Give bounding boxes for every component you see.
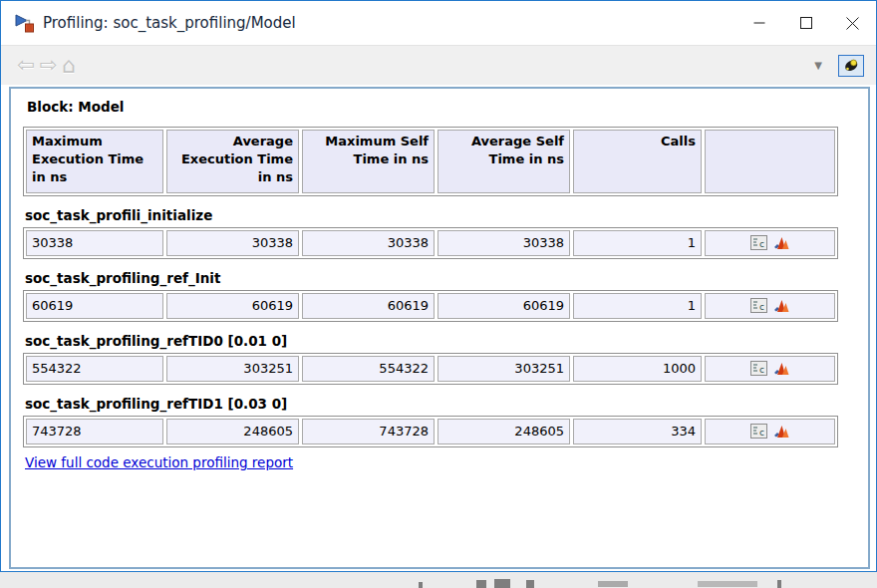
background-artifact bbox=[494, 579, 510, 588]
minimize-icon bbox=[753, 17, 765, 29]
title-bar: Profiling: soc_task_profiling/Model bbox=[1, 1, 876, 45]
calls-value: 1 bbox=[573, 230, 702, 256]
row-actions: c bbox=[705, 356, 835, 382]
svg-text:c: c bbox=[759, 239, 764, 249]
max-self-time-value: 30338 bbox=[302, 230, 435, 256]
column-header-avg-self-time: Average Self Time in ns bbox=[438, 130, 570, 193]
code-report-icon[interactable]: c bbox=[750, 361, 768, 377]
background-artifact bbox=[698, 581, 757, 587]
matlab-logo-icon[interactable] bbox=[773, 236, 790, 251]
code-report-icon[interactable]: c bbox=[750, 424, 768, 440]
minimize-button[interactable] bbox=[735, 1, 782, 45]
max-self-time-value: 554322 bbox=[302, 356, 435, 382]
column-header-calls: Calls bbox=[573, 130, 702, 193]
close-icon bbox=[846, 17, 859, 30]
toolbar-dropdown-icon[interactable]: ▼ bbox=[814, 60, 822, 71]
max-self-time-value: 743728 bbox=[302, 419, 435, 444]
profiling-window: Profiling: soc_task_profiling/Model ⇦ ⇨ bbox=[0, 0, 877, 572]
profiling-report-panel: Block: Model Maximum Execution Time in n… bbox=[9, 87, 870, 569]
svg-text:c: c bbox=[759, 302, 764, 312]
table-header-row: Maximum Execution Time in ns Average Exe… bbox=[23, 127, 838, 196]
calls-value: 1 bbox=[573, 293, 702, 319]
column-header-avg-execution-time: Average Execution Time in ns bbox=[166, 130, 299, 193]
home-icon[interactable]: ⌂ bbox=[62, 55, 76, 77]
max-execution-time-value: 60619 bbox=[26, 293, 163, 319]
max-execution-time-value: 743728 bbox=[26, 419, 163, 444]
forward-icon[interactable]: ⇨ bbox=[40, 55, 58, 76]
table-row: 60619 60619 60619 60619 1 c bbox=[23, 290, 838, 322]
background-artifact bbox=[419, 582, 423, 588]
max-execution-time-value: 30338 bbox=[26, 230, 163, 256]
row-actions: c bbox=[705, 293, 835, 319]
maximize-icon bbox=[800, 17, 812, 29]
background-behind-window bbox=[0, 574, 877, 588]
navigation-toolbar: ⇦ ⇨ ⌂ ▼ bbox=[1, 45, 876, 85]
window-title: Profiling: soc_task_profiling/Model bbox=[43, 14, 296, 32]
background-artifact bbox=[476, 580, 486, 588]
avg-execution-time-value: 303251 bbox=[166, 356, 299, 382]
matlab-logo-icon[interactable] bbox=[773, 425, 790, 440]
close-button[interactable] bbox=[829, 1, 876, 45]
code-report-icon[interactable]: c bbox=[750, 235, 768, 251]
background-artifact bbox=[526, 580, 534, 588]
avg-execution-time-value: 60619 bbox=[166, 293, 299, 319]
matlab-logo-icon[interactable] bbox=[773, 299, 790, 314]
calls-value: 1000 bbox=[573, 356, 702, 382]
column-header-max-self-time: Maximum Self Time in ns bbox=[302, 130, 435, 193]
highlight-in-model-icon bbox=[843, 58, 860, 73]
section-title: soc_task_profili_initialize bbox=[25, 207, 868, 223]
section-title: soc_task_profiling_refTID0 [0.01 0] bbox=[25, 333, 868, 349]
avg-self-time-value: 303251 bbox=[438, 356, 570, 382]
background-artifact bbox=[598, 581, 628, 587]
avg-execution-time-value: 30338 bbox=[166, 230, 299, 256]
profiling-app-icon bbox=[13, 12, 35, 34]
window-controls bbox=[735, 1, 876, 45]
avg-self-time-value: 30338 bbox=[438, 230, 570, 256]
svg-text:c: c bbox=[759, 365, 764, 375]
avg-self-time-value: 60619 bbox=[438, 293, 570, 319]
matlab-logo-icon[interactable] bbox=[773, 362, 790, 377]
column-header-actions bbox=[705, 130, 835, 193]
background-artifact bbox=[777, 580, 781, 588]
section-title: soc_task_profiling_refTID1 [0.03 0] bbox=[25, 396, 868, 412]
code-report-icon[interactable]: c bbox=[750, 298, 768, 314]
table-row: 743728 248605 743728 248605 334 c bbox=[23, 416, 838, 447]
back-icon[interactable]: ⇦ bbox=[17, 55, 35, 76]
highlight-in-model-button[interactable] bbox=[838, 55, 864, 77]
section-title: soc_task_profiling_ref_Init bbox=[25, 270, 868, 286]
column-header-max-execution-time: Maximum Execution Time in ns bbox=[26, 130, 163, 193]
avg-execution-time-value: 248605 bbox=[166, 419, 299, 444]
view-full-report-link[interactable]: View full code execution profiling repor… bbox=[25, 454, 293, 470]
maximize-button[interactable] bbox=[782, 1, 829, 45]
table-row: 554322 303251 554322 303251 1000 c bbox=[23, 353, 838, 385]
avg-self-time-value: 248605 bbox=[438, 419, 570, 444]
row-actions: c bbox=[705, 230, 835, 256]
max-self-time-value: 60619 bbox=[302, 293, 435, 319]
block-label: Block: Model bbox=[27, 99, 868, 115]
table-row: 30338 30338 30338 30338 1 c bbox=[23, 227, 838, 259]
svg-text:c: c bbox=[759, 428, 764, 438]
max-execution-time-value: 554322 bbox=[26, 356, 163, 382]
calls-value: 334 bbox=[573, 419, 702, 444]
row-actions: c bbox=[705, 419, 835, 444]
